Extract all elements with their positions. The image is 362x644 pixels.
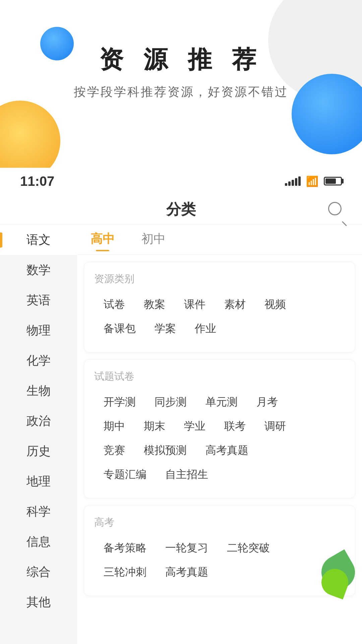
navbar-title: 分类 (166, 200, 196, 219)
tag-gaokao-zhenti[interactable]: 高考真题 (196, 440, 258, 461)
tag-yuekao[interactable]: 月考 (247, 391, 287, 413)
tag-row-2: 备课包 学案 作业 (94, 318, 345, 339)
tag-tongbuce[interactable]: 同步测 (145, 391, 196, 413)
battery-icon (324, 177, 342, 185)
hero-subtitle: 按学段学科推荐资源，好资源不错过 (0, 84, 362, 100)
sidebar-item-wuli[interactable]: 物理 (0, 315, 77, 345)
status-time: 11:07 (20, 174, 54, 189)
sidebar-item-qita[interactable]: 其他 (0, 587, 77, 617)
signal-icon (285, 176, 301, 186)
tag-row-exam-2: 期中 期末 学业 联考 调研 (94, 416, 345, 437)
sidebar-item-kexue[interactable]: 科学 (0, 496, 77, 527)
tab-gaozhong[interactable]: 高中 (90, 231, 115, 249)
sidebar-item-xinxi[interactable]: 信息 (0, 527, 77, 557)
hero-title: 资 源 推 荐 (0, 44, 362, 76)
tag-sucai[interactable]: 素材 (215, 294, 255, 315)
tag-xueye[interactable]: 学业 (175, 416, 215, 437)
tag-xuean[interactable]: 学案 (145, 318, 185, 339)
app-container: 11:07 📶 分类 (0, 168, 362, 644)
tag-diaoyan[interactable]: 调研 (255, 416, 295, 437)
tag-zuoye[interactable]: 作业 (185, 318, 226, 339)
wifi-icon: 📶 (306, 175, 318, 187)
hero-section: 资 源 推 荐 按学段学科推荐资源，好资源不错过 (0, 0, 362, 168)
tag-kaixueice[interactable]: 开学测 (94, 391, 145, 413)
status-icons: 📶 (285, 175, 342, 187)
tag-zhuantihb[interactable]: 专题汇编 (94, 464, 156, 485)
sidebar-item-shengwu[interactable]: 生物 (0, 376, 77, 406)
resource-card-gaokao: 高考 备考策略 一轮复习 二轮突破 三轮冲刺 高考真题 (84, 505, 355, 596)
hero-yellow-circle (0, 101, 60, 168)
tag-moniyuce[interactable]: 模拟预测 (134, 440, 196, 461)
tag-row-1: 试卷 教案 课件 素材 视频 (94, 294, 345, 315)
card-title-gaokao: 高考 (94, 516, 345, 529)
tag-qizhong[interactable]: 期中 (94, 416, 134, 437)
sidebar-item-zhengzhi[interactable]: 政治 (0, 406, 77, 436)
sidebar-item-shuxue[interactable]: 数学 (0, 255, 77, 285)
tag-zizhuzs[interactable]: 自主招生 (156, 464, 218, 485)
tag-erlun-tupo[interactable]: 二轮突破 (218, 537, 279, 559)
tag-kejian[interactable]: 课件 (175, 294, 215, 315)
main-content: 高中 初中 资源类别 试卷 教案 课件 素材 视频 备课包 学案 (77, 225, 362, 644)
tag-row-exam-3: 竞赛 模拟预测 高考真题 (94, 440, 345, 461)
status-bar: 11:07 📶 (0, 168, 362, 195)
sidebar-item-lishi[interactable]: 历史 (0, 436, 77, 466)
tag-row-exam-4: 专题汇编 自主招生 (94, 464, 345, 485)
card-title-exam: 试题试卷 (94, 370, 345, 383)
tag-shipin[interactable]: 视频 (255, 294, 295, 315)
tag-beikao-celue[interactable]: 备考策略 (94, 537, 156, 559)
tag-row-gaokao-1: 备考策略 一轮复习 二轮突破 (94, 537, 345, 559)
search-icon (328, 202, 342, 215)
tag-liankao[interactable]: 联考 (215, 416, 255, 437)
tag-qimo[interactable]: 期末 (134, 416, 175, 437)
tag-jingsai[interactable]: 竞赛 (94, 440, 134, 461)
tag-shijuan[interactable]: 试卷 (94, 294, 134, 315)
tag-gaokao-zhenti2[interactable]: 高考真题 (156, 561, 218, 583)
sidebar-item-huaxue[interactable]: 化学 (0, 345, 77, 376)
navbar: 分类 (0, 195, 362, 225)
tab-chuzhong[interactable]: 初中 (141, 231, 166, 249)
sidebar-item-yingyu[interactable]: 英语 (0, 285, 77, 315)
tag-jiaoan[interactable]: 教案 (134, 294, 175, 315)
resource-card-category: 资源类别 试卷 教案 课件 素材 视频 备课包 学案 作业 (84, 262, 355, 353)
sidebar-item-dili[interactable]: 地理 (0, 466, 77, 496)
sidebar: 语文 数学 英语 物理 化学 生物 政治 历史 (0, 225, 77, 644)
resource-card-exam: 试题试卷 开学测 同步测 单元测 月考 期中 期末 学业 联考 调研 竞赛 模拟… (84, 359, 355, 498)
search-button[interactable] (326, 200, 345, 219)
tag-row-exam-1: 开学测 同步测 单元测 月考 (94, 391, 345, 413)
sidebar-item-zonghe[interactable]: 综合 (0, 557, 77, 587)
grade-tabs: 高中 初中 (77, 225, 362, 255)
tag-danyuance[interactable]: 单元测 (196, 391, 247, 413)
content-area: 语文 数学 英语 物理 化学 生物 政治 历史 (0, 225, 362, 644)
tag-yilun-fuxi[interactable]: 一轮复习 (156, 537, 218, 559)
tag-sanlun-chongci[interactable]: 三轮冲刺 (94, 561, 156, 583)
tag-row-gaokao-2: 三轮冲刺 高考真题 (94, 561, 345, 583)
sidebar-item-yuwen[interactable]: 语文 (0, 225, 77, 255)
card-title-category: 资源类别 (94, 272, 345, 286)
tag-beikebao[interactable]: 备课包 (94, 318, 145, 339)
